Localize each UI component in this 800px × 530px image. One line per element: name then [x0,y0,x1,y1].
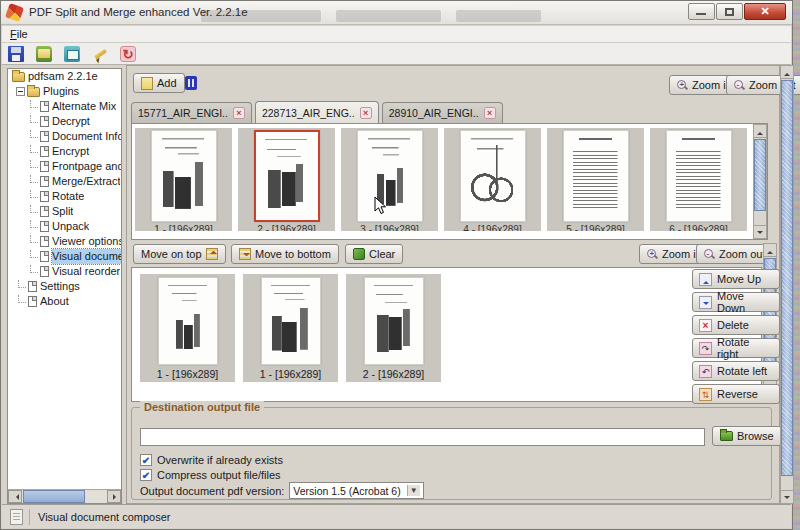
minimize-button[interactable] [688,3,715,20]
browse-button[interactable]: Browse [712,426,782,446]
zoom-out-icon: - [704,249,715,260]
page-icon [28,296,37,307]
rotate-right-icon: ↷ [699,342,712,355]
chevron-down-icon: ▼ [407,485,420,496]
add-button[interactable]: Add [133,73,185,93]
reverse-button[interactable]: ⇅ Reverse [692,384,780,404]
delete-button[interactable]: × Delete [692,315,780,335]
maximize-icon [725,8,734,16]
destination-file-input[interactable] [140,428,705,446]
overwrite-checkbox[interactable]: ✔ [140,454,152,466]
zoom-out-button-bottom[interactable]: - Zoom out [696,244,773,264]
titlebar: PDF Split and Merge enhanced Ver. 2.2.1e… [1,1,792,25]
move-down-icon [699,296,712,309]
tab-close-icon[interactable]: × [484,107,496,119]
composed-page-thumbnail[interactable]: 1 - [196x289] [243,274,338,382]
stack-up-icon [206,248,218,260]
page-icon [40,191,49,202]
tree-root-label: pdfsam 2.2.1e [28,69,98,84]
sidebar-item-visual-reorder[interactable]: Visual reorder [8,264,121,279]
rotate-right-button[interactable]: ↷ Rotate right [692,338,780,358]
page-icon [40,236,49,247]
reverse-icon: ⇅ [699,388,712,401]
load-environment-icon[interactable] [36,46,52,62]
scrollbar-thumb[interactable] [754,139,766,211]
tab-close-icon[interactable]: × [233,107,245,119]
tab-15771-air-engine[interactable]: 15771_AIR_ENGI.. × [131,102,252,123]
move-to-bottom-button[interactable]: Move to bottom [231,244,339,264]
tab-228713-air-engine[interactable]: 228713_AIR_ENG.. × [255,101,379,123]
destination-output-group: Destination output file Browse ✔ Overwri… [131,407,772,500]
sidebar-item-visual-document[interactable]: Visual document [8,249,121,264]
composed-page-thumbnail[interactable]: 2 - [196x289] [346,274,441,382]
maximize-button[interactable] [716,3,743,20]
page-icon [40,161,49,172]
visual-document-composer-panel: Add + Zoom in - Zoom out 15771_AIR_ENGI.… [126,65,780,504]
pdf-version-dropdown[interactable]: Version 1.5 (Acrobat 6) ▼ [289,482,423,499]
source-pages-scrollbar[interactable] [753,124,767,239]
page-thumbnail-selected[interactable]: 2 - [196x289] [238,128,335,231]
sidebar-item-merge-extract[interactable]: Merge/Extract [8,174,121,189]
plugins-tree-sidebar: pdfsam 2.2.1e Plugins Alternate Mix Decr… [7,68,122,504]
sidebar-item-decrypt[interactable]: Decrypt [8,114,121,129]
folder-icon [27,87,40,97]
compress-checkbox-row[interactable]: ✔ Compress output file/files [140,469,281,481]
settings-window-icon[interactable] [64,46,80,62]
main-vertical-scrollbar[interactable] [780,65,794,504]
delete-icon: × [699,319,712,332]
scroll-up-arrow-icon[interactable] [754,125,766,138]
tab-close-icon[interactable]: × [360,107,372,119]
scroll-up-arrow-icon[interactable] [764,244,776,257]
window-title: PDF Split and Merge enhanced Ver. 2.2.1e [29,6,248,18]
exit-icon[interactable]: ↻ [120,46,136,62]
tree-node-plugins[interactable]: Plugins [8,84,121,99]
move-on-top-button[interactable]: Move on top [133,244,226,264]
sidebar-item-alternate-mix[interactable]: Alternate Mix [8,99,121,114]
page-thumbnail[interactable]: 6 - [196x289] [650,128,747,231]
pause-indicator-icon [185,76,197,90]
statusbar: Visual document composer [2,504,791,528]
scrollbar-thumb[interactable] [23,490,85,503]
page-icon [40,176,49,187]
pdf-version-row: Output document pdf version: Version 1.5… [140,482,424,499]
sidebar-item-frontpage[interactable]: Frontpage and Add [8,159,121,174]
page-thumbnail[interactable]: 4 - [196x289] [444,128,541,231]
sidebar-item-settings[interactable]: Settings [8,279,121,294]
toolbar: ↻ [2,43,791,65]
page-icon [40,266,49,277]
sidebar-item-viewer-options[interactable]: Viewer options [8,234,121,249]
overwrite-checkbox-row[interactable]: ✔ Overwrite if already exists [140,454,283,466]
page-thumbnail[interactable]: 1 - [196x289] [135,128,232,231]
menubar: File [2,26,791,43]
compress-checkbox[interactable]: ✔ [140,469,152,481]
close-button[interactable]: ✕ [744,3,786,20]
rotate-left-button[interactable]: ↶ Rotate left [692,361,780,381]
menu-file[interactable]: File [2,26,36,42]
composed-page-thumbnail[interactable]: 1 - [196x289] [140,274,235,382]
move-up-button[interactable]: Move Up [692,269,780,289]
sidebar-horizontal-scrollbar[interactable] [8,489,121,503]
page-thumbnail[interactable]: 3 - [196x289] [341,128,438,231]
collapse-icon[interactable] [16,87,25,96]
scroll-left-arrow-icon[interactable] [8,490,22,503]
scrollbar-thumb[interactable] [781,80,793,476]
scroll-up-arrow-icon[interactable] [781,66,793,79]
sidebar-item-split[interactable]: Split [8,204,121,219]
tab-28910-air-engine[interactable]: 28910_AIR_ENGI.. × [382,102,503,123]
page-thumbnail[interactable]: 5 - [196x289] [547,128,644,231]
sidebar-item-about[interactable]: About [8,294,121,309]
scroll-right-arrow-icon[interactable] [107,490,121,503]
scroll-down-arrow-icon[interactable] [781,490,793,503]
sidebar-item-unpack[interactable]: Unpack [8,219,121,234]
clear-button[interactable]: Clear [345,244,403,264]
tree-root[interactable]: pdfsam 2.2.1e [8,69,121,84]
scroll-down-arrow-icon[interactable] [754,225,766,238]
save-environment-icon[interactable] [8,46,24,62]
edit-pencil-icon[interactable] [92,46,108,62]
sidebar-item-rotate[interactable]: Rotate [8,189,121,204]
tree-plugins-label: Plugins [43,84,79,99]
sidebar-item-document-info[interactable]: Document Info [8,129,121,144]
move-down-button[interactable]: Move Down [692,292,780,312]
page-icon [40,101,49,112]
sidebar-item-encrypt[interactable]: Encrypt [8,144,121,159]
